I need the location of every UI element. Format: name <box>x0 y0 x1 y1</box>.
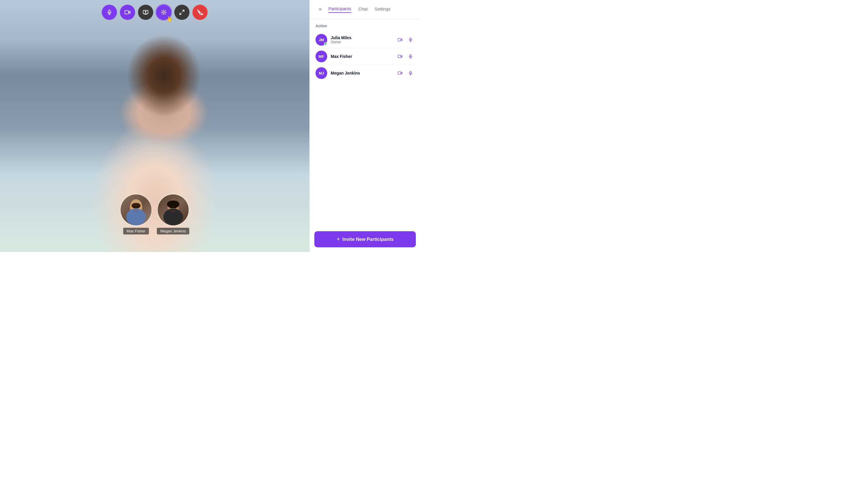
svg-line-14 <box>162 11 163 11</box>
invite-new-participants-button[interactable]: + Invite New Participants <box>314 231 416 247</box>
svg-rect-43 <box>410 71 411 73</box>
online-indicator <box>324 42 327 45</box>
screen-share-button[interactable] <box>138 5 153 20</box>
svg-point-23 <box>131 203 141 209</box>
max-fisher-camera-icon[interactable] <box>396 52 404 60</box>
invite-plus-icon: + <box>337 236 340 242</box>
julia-miles-avatar: JM <box>316 34 327 46</box>
participant-row-megan-jenkins: MJ Megan Jenkins <box>316 65 415 81</box>
megan-jenkins-avatar-sidebar: MJ <box>316 67 327 79</box>
megan-jenkins-info: Megan Jenkins <box>331 71 396 75</box>
thumbnail-max-fisher[interactable]: Max Fisher <box>120 194 152 234</box>
julia-miles-info: Julia Miles Owner <box>331 35 396 44</box>
svg-line-17 <box>165 11 166 11</box>
invite-label: Invite New Participants <box>342 237 394 242</box>
participants-list: Active JM Julia Miles Owner <box>310 19 420 227</box>
svg-line-15 <box>165 14 166 14</box>
megan-jenkins-label: Megan Jenkins <box>157 228 189 234</box>
svg-point-24 <box>133 206 135 208</box>
megan-jenkins-controls <box>396 69 415 77</box>
end-call-button[interactable] <box>192 5 208 20</box>
sidebar: × Participants Chat Settings Active JM J… <box>309 0 420 252</box>
svg-rect-38 <box>410 54 411 56</box>
megan-jenkins-camera-icon[interactable] <box>396 69 404 77</box>
megan-jenkins-avatar-image <box>158 194 189 226</box>
tab-participants[interactable]: Participants <box>328 6 351 13</box>
participant-row-julia-miles: JM Julia Miles Owner <box>316 32 415 48</box>
svg-point-25 <box>137 206 139 208</box>
svg-point-27 <box>163 209 183 226</box>
julia-miles-name: Julia Miles <box>331 35 396 40</box>
svg-point-28 <box>167 200 179 208</box>
close-button[interactable]: × <box>316 5 325 14</box>
julia-miles-camera-icon[interactable] <box>396 36 404 44</box>
max-fisher-avatar-sidebar: MF <box>316 51 327 62</box>
max-fisher-avatar-image <box>121 194 151 226</box>
svg-point-29 <box>170 206 172 209</box>
megan-jenkins-mic-icon[interactable] <box>407 69 415 77</box>
max-fisher-info: Max Fisher <box>331 54 396 59</box>
active-section-label: Active <box>316 24 415 28</box>
camera-button[interactable] <box>120 5 135 20</box>
svg-rect-32 <box>398 38 401 41</box>
svg-marker-41 <box>401 72 402 74</box>
svg-line-16 <box>162 14 163 14</box>
svg-marker-36 <box>401 56 402 58</box>
thumbnails-bar: Max Fisher Megan Jenkins <box>120 194 189 234</box>
expand-button[interactable] <box>174 5 190 20</box>
megan-jenkins-avatar <box>157 194 189 226</box>
max-fisher-label: Max Fisher <box>123 228 149 234</box>
svg-point-30 <box>175 206 176 209</box>
svg-rect-42 <box>398 72 401 74</box>
effects-button[interactable]: 👆 <box>156 5 171 20</box>
max-fisher-mic-icon[interactable] <box>407 52 415 60</box>
julia-miles-mic-icon[interactable] <box>407 36 415 44</box>
julia-miles-role: Owner <box>331 40 396 44</box>
thumbnail-megan-jenkins[interactable]: Megan Jenkins <box>157 194 189 234</box>
tab-group: Participants Chat Settings <box>328 6 415 13</box>
svg-rect-33 <box>410 38 411 40</box>
svg-point-9 <box>163 12 165 14</box>
svg-marker-31 <box>401 39 402 41</box>
participant-row-max-fisher: MF Max Fisher <box>316 48 415 65</box>
svg-rect-0 <box>109 10 110 13</box>
max-fisher-controls <box>396 52 415 60</box>
tab-chat[interactable]: Chat <box>358 6 368 13</box>
controls-bar: 👆 <box>102 5 208 20</box>
svg-rect-37 <box>398 55 401 58</box>
tab-settings[interactable]: Settings <box>375 6 390 13</box>
julia-miles-controls <box>396 36 415 44</box>
sidebar-header: × Participants Chat Settings <box>310 0 420 19</box>
mic-button[interactable] <box>102 5 117 20</box>
megan-jenkins-name: Megan Jenkins <box>331 71 396 75</box>
video-area: 👆 <box>0 0 309 252</box>
svg-rect-4 <box>125 11 129 14</box>
max-fisher-name: Max Fisher <box>331 54 396 59</box>
max-fisher-avatar <box>120 194 152 226</box>
